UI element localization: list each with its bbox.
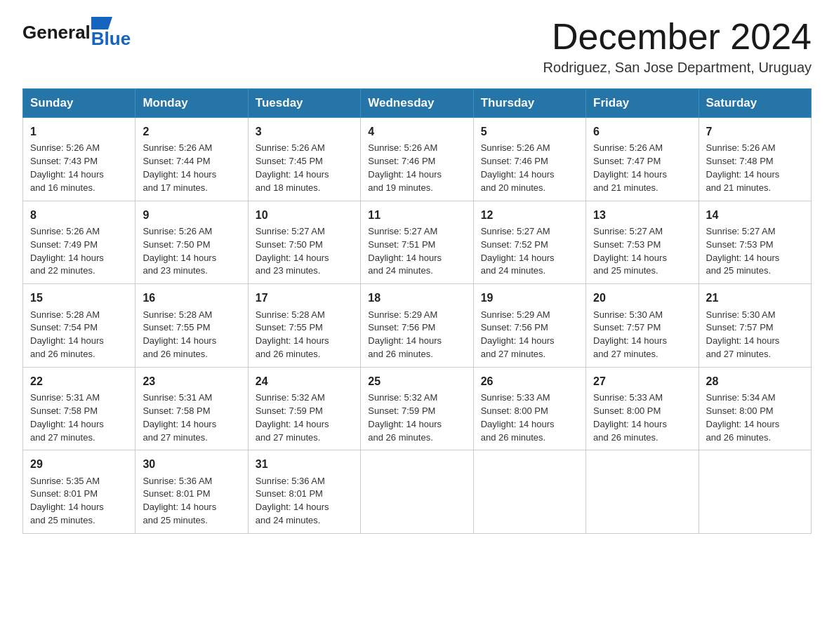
calendar-cell: 3Sunrise: 5:26 AMSunset: 7:45 PMDaylight… [248, 118, 360, 201]
calendar-cell: 20Sunrise: 5:30 AMSunset: 7:57 PMDayligh… [586, 284, 699, 368]
day-info: Sunrise: 5:28 AMSunset: 7:55 PMDaylight:… [143, 309, 216, 360]
day-info: Sunrise: 5:26 AMSunset: 7:48 PMDaylight:… [706, 142, 780, 193]
day-info: Sunrise: 5:27 AMSunset: 7:53 PMDaylight:… [706, 226, 780, 276]
day-number: 15 [30, 290, 128, 306]
calendar-cell [361, 450, 473, 534]
day-info: Sunrise: 5:33 AMSunset: 8:00 PMDaylight:… [593, 392, 667, 443]
calendar-cell: 2Sunrise: 5:26 AMSunset: 7:44 PMDaylight… [135, 118, 248, 201]
day-number: 23 [143, 373, 240, 389]
day-info: Sunrise: 5:26 AMSunset: 7:45 PMDaylight:… [256, 142, 329, 193]
calendar-cell: 6Sunrise: 5:26 AMSunset: 7:47 PMDaylight… [586, 118, 699, 201]
calendar-cell: 31Sunrise: 5:36 AMSunset: 8:01 PMDayligh… [248, 450, 360, 534]
day-number: 28 [706, 373, 804, 389]
day-number: 19 [481, 290, 578, 306]
day-number: 4 [368, 123, 465, 140]
calendar-cell: 1Sunrise: 5:26 AMSunset: 7:43 PMDaylight… [23, 118, 135, 201]
calendar-cell: 11Sunrise: 5:27 AMSunset: 7:51 PMDayligh… [361, 201, 473, 284]
day-number: 30 [143, 456, 240, 472]
calendar-cell: 13Sunrise: 5:27 AMSunset: 7:53 PMDayligh… [586, 201, 699, 284]
calendar-cell [473, 450, 585, 534]
day-info: Sunrise: 5:27 AMSunset: 7:52 PMDaylight:… [481, 226, 555, 276]
day-number: 18 [368, 290, 465, 306]
month-title: December 2024 [543, 17, 812, 57]
logo: General Blue [22, 17, 131, 48]
day-info: Sunrise: 5:28 AMSunset: 7:54 PMDaylight:… [30, 309, 104, 360]
day-number: 14 [706, 207, 804, 223]
day-number: 22 [30, 373, 128, 389]
calendar-cell: 8Sunrise: 5:26 AMSunset: 7:49 PMDaylight… [23, 201, 135, 284]
day-info: Sunrise: 5:36 AMSunset: 8:01 PMDaylight:… [256, 476, 329, 526]
day-number: 8 [30, 207, 128, 223]
calendar-cell: 28Sunrise: 5:34 AMSunset: 8:00 PMDayligh… [699, 367, 811, 450]
day-number: 21 [706, 290, 804, 306]
day-info: Sunrise: 5:32 AMSunset: 7:59 PMDaylight:… [256, 392, 329, 443]
day-info: Sunrise: 5:28 AMSunset: 7:55 PMDaylight:… [256, 309, 329, 360]
day-info: Sunrise: 5:26 AMSunset: 7:46 PMDaylight:… [368, 142, 442, 193]
day-info: Sunrise: 5:36 AMSunset: 8:01 PMDaylight:… [143, 476, 216, 526]
day-number: 3 [256, 123, 353, 140]
calendar-cell: 19Sunrise: 5:29 AMSunset: 7:56 PMDayligh… [473, 284, 585, 368]
calendar-week-row: 22Sunrise: 5:31 AMSunset: 7:58 PMDayligh… [23, 367, 812, 450]
day-number: 25 [368, 373, 465, 389]
weekday-header-friday: Friday [586, 89, 699, 118]
weekday-header-thursday: Thursday [473, 89, 585, 118]
calendar-cell [586, 450, 699, 534]
day-info: Sunrise: 5:26 AMSunset: 7:47 PMDaylight:… [593, 142, 667, 193]
day-info: Sunrise: 5:27 AMSunset: 7:50 PMDaylight:… [256, 226, 329, 276]
calendar-cell: 25Sunrise: 5:32 AMSunset: 7:59 PMDayligh… [361, 367, 473, 450]
day-number: 12 [481, 207, 578, 223]
day-info: Sunrise: 5:26 AMSunset: 7:49 PMDaylight:… [30, 226, 104, 276]
calendar-cell: 26Sunrise: 5:33 AMSunset: 8:00 PMDayligh… [473, 367, 585, 450]
day-number: 27 [593, 373, 691, 389]
day-number: 2 [143, 123, 240, 140]
calendar-cell: 9Sunrise: 5:26 AMSunset: 7:50 PMDaylight… [135, 201, 248, 284]
day-number: 5 [481, 123, 578, 140]
day-info: Sunrise: 5:26 AMSunset: 7:43 PMDaylight:… [30, 142, 104, 193]
day-number: 16 [143, 290, 240, 306]
logo-general-text: General [22, 22, 91, 43]
day-info: Sunrise: 5:26 AMSunset: 7:50 PMDaylight:… [143, 226, 216, 276]
calendar-cell: 27Sunrise: 5:33 AMSunset: 8:00 PMDayligh… [586, 367, 699, 450]
calendar-cell: 29Sunrise: 5:35 AMSunset: 8:01 PMDayligh… [23, 450, 135, 534]
day-info: Sunrise: 5:27 AMSunset: 7:51 PMDaylight:… [368, 226, 442, 276]
day-info: Sunrise: 5:29 AMSunset: 7:56 PMDaylight:… [368, 309, 442, 360]
day-info: Sunrise: 5:35 AMSunset: 8:01 PMDaylight:… [30, 476, 104, 526]
calendar-week-row: 1Sunrise: 5:26 AMSunset: 7:43 PMDaylight… [23, 118, 812, 201]
day-number: 7 [706, 123, 804, 140]
weekday-header-wednesday: Wednesday [361, 89, 473, 118]
calendar-cell: 18Sunrise: 5:29 AMSunset: 7:56 PMDayligh… [361, 284, 473, 368]
calendar-cell: 24Sunrise: 5:32 AMSunset: 7:59 PMDayligh… [248, 367, 360, 450]
calendar-cell: 14Sunrise: 5:27 AMSunset: 7:53 PMDayligh… [699, 201, 811, 284]
calendar-cell: 22Sunrise: 5:31 AMSunset: 7:58 PMDayligh… [23, 367, 135, 450]
location-subtitle: Rodriguez, San Jose Department, Uruguay [543, 60, 812, 76]
weekday-header-tuesday: Tuesday [248, 89, 360, 118]
day-number: 1 [30, 123, 128, 140]
day-info: Sunrise: 5:34 AMSunset: 8:00 PMDaylight:… [706, 392, 780, 443]
title-area: December 2024 Rodriguez, San Jose Depart… [543, 17, 812, 76]
day-number: 29 [30, 456, 128, 472]
calendar-week-row: 8Sunrise: 5:26 AMSunset: 7:49 PMDaylight… [23, 201, 812, 284]
calendar-cell: 4Sunrise: 5:26 AMSunset: 7:46 PMDaylight… [361, 118, 473, 201]
weekday-header-saturday: Saturday [699, 89, 811, 118]
weekday-header-sunday: Sunday [23, 89, 135, 118]
calendar-cell: 15Sunrise: 5:28 AMSunset: 7:54 PMDayligh… [23, 284, 135, 368]
calendar-cell: 10Sunrise: 5:27 AMSunset: 7:50 PMDayligh… [248, 201, 360, 284]
calendar-table: SundayMondayTuesdayWednesdayThursdayFrid… [22, 88, 812, 534]
day-info: Sunrise: 5:26 AMSunset: 7:44 PMDaylight:… [143, 142, 216, 193]
day-info: Sunrise: 5:32 AMSunset: 7:59 PMDaylight:… [368, 392, 442, 443]
day-info: Sunrise: 5:33 AMSunset: 8:00 PMDaylight:… [481, 392, 555, 443]
day-info: Sunrise: 5:31 AMSunset: 7:58 PMDaylight:… [143, 392, 216, 443]
day-number: 13 [593, 207, 691, 223]
weekday-header-row: SundayMondayTuesdayWednesdayThursdayFrid… [23, 89, 812, 118]
calendar-cell: 21Sunrise: 5:30 AMSunset: 7:57 PMDayligh… [699, 284, 811, 368]
day-number: 9 [143, 207, 240, 223]
day-info: Sunrise: 5:27 AMSunset: 7:53 PMDaylight:… [593, 226, 667, 276]
day-number: 20 [593, 290, 691, 306]
page-header: General Blue December 2024 Rodriguez, Sa… [22, 17, 812, 76]
calendar-cell: 16Sunrise: 5:28 AMSunset: 7:55 PMDayligh… [135, 284, 248, 368]
day-number: 26 [481, 373, 578, 389]
calendar-week-row: 15Sunrise: 5:28 AMSunset: 7:54 PMDayligh… [23, 284, 812, 368]
day-number: 11 [368, 207, 465, 223]
calendar-cell: 12Sunrise: 5:27 AMSunset: 7:52 PMDayligh… [473, 201, 585, 284]
weekday-header-monday: Monday [135, 89, 248, 118]
